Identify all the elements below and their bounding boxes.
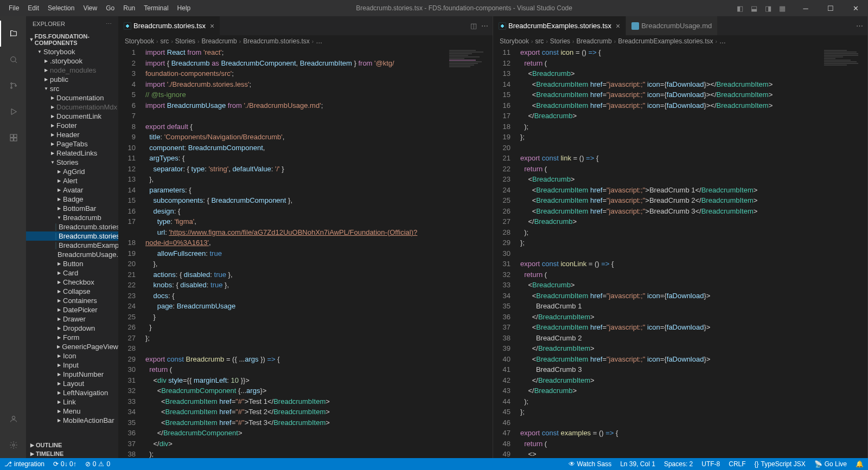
menu-help[interactable]: Help [173, 2, 195, 14]
folder-item[interactable]: ▶GenericPageView [26, 342, 118, 351]
status-watch-sass[interactable]: 👁Watch Sass [564, 460, 616, 468]
folder-item[interactable]: ▶AgGrid [26, 167, 118, 176]
minimap-left[interactable] [446, 47, 490, 458]
close-window-button[interactable]: ✕ [843, 0, 868, 16]
folder-item[interactable]: ▶Input [26, 360, 118, 370]
toggle-panel-icon[interactable]: ⬓ [748, 2, 761, 15]
sidebar-more-icon[interactable]: ⋯ [106, 21, 112, 28]
menu-selection[interactable]: Selection [43, 2, 79, 14]
status-language[interactable]: {}TypeScript JSX [750, 460, 810, 468]
folder-item[interactable]: ▶node_modules [26, 66, 118, 75]
minimap-right[interactable] [821, 47, 865, 458]
folder-item[interactable]: ▶Footer [26, 121, 118, 130]
folder-item[interactable]: ▶Checkbox [26, 278, 118, 287]
folder-item[interactable]: ▶InputNumber [26, 370, 118, 379]
customize-layout-icon[interactable]: ▦ [776, 2, 789, 15]
folder-item[interactable]: ▶RelatedLinks [26, 149, 118, 158]
run-debug-icon[interactable] [0, 99, 26, 125]
outline-section[interactable]: ▶OUTLINE [26, 441, 118, 449]
folder-item[interactable]: ▶Icon [26, 351, 118, 360]
status-eol[interactable]: CRLF [724, 460, 750, 468]
file-item[interactable]: Breadcrumb.stories.less [26, 222, 118, 231]
folder-item[interactable]: ▶Menu [26, 407, 118, 416]
menu-view[interactable]: View [79, 2, 101, 14]
folder-item[interactable]: ▶Alert [26, 176, 118, 185]
source-control-icon[interactable] [0, 73, 26, 99]
folder-item[interactable]: ▶Collapse [26, 287, 118, 296]
breadcrumb-segment[interactable]: src [535, 37, 544, 45]
menu-file[interactable]: File [4, 2, 23, 14]
folder-item[interactable]: ▶Form [26, 333, 118, 342]
file-tree[interactable]: ▼Storybook▶.storybook▶node_modules▶publi… [26, 47, 118, 441]
folder-item[interactable]: ▶MobileActionBar [26, 416, 118, 425]
more-actions-icon[interactable]: ⋯ [481, 22, 488, 30]
breadcrumb-segment[interactable]: Breadcrumb [201, 37, 237, 45]
status-sync[interactable]: ⟳0↓ 0↑ [49, 460, 81, 468]
folder-item[interactable]: ▶Drawer [26, 314, 118, 324]
folder-item[interactable]: ▶Header [26, 130, 118, 139]
folder-item[interactable]: ▶Badge [26, 195, 118, 204]
split-editor-icon[interactable]: ◫ [470, 22, 477, 30]
explorer-icon[interactable] [0, 21, 26, 47]
breadcrumb-segment[interactable]: src [160, 37, 169, 45]
folder-item[interactable]: ▼Stories [26, 158, 118, 167]
file-item[interactable]: BreadcrumbExamples.sto… [26, 241, 118, 250]
folder-item[interactable]: ▶DocumentationMdx [26, 102, 118, 112]
minimize-button[interactable]: ─ [793, 0, 818, 16]
breadcrumb-segment[interactable]: … [719, 37, 726, 45]
toggle-primary-sidebar-icon[interactable]: ◧ [733, 2, 746, 15]
timeline-section[interactable]: ▶TIMELINE [26, 449, 118, 458]
folder-item[interactable]: ▶public [26, 75, 118, 84]
folder-item[interactable]: ▼src [26, 84, 118, 93]
close-tab-icon[interactable]: × [616, 22, 620, 30]
folder-item[interactable]: ▼Storybook [26, 47, 118, 56]
tab-breadcrumb-examples[interactable]: BreadcrumbExamples.stories.tsx × [493, 16, 626, 35]
menu-terminal[interactable]: Terminal [139, 2, 173, 14]
breadcrumbs-left[interactable]: Storybook›src›Stories›Breadcrumb›Breadcr… [118, 35, 493, 47]
folder-item[interactable]: ▶BottomBar [26, 204, 118, 213]
folder-item[interactable]: ▶Dropdown [26, 324, 118, 333]
file-item[interactable]: BreadcrumbUsage.md [26, 250, 118, 259]
breadcrumb-segment[interactable]: Storybook [125, 37, 154, 45]
breadcrumb-segment[interactable]: Storybook [500, 37, 529, 45]
status-problems[interactable]: ⊘0 ⚠0 [81, 460, 114, 468]
breadcrumb-segment[interactable]: Stories [175, 37, 195, 45]
breadcrumb-segment[interactable]: BreadcrumbExamples.stories.tsx [618, 37, 713, 45]
breadcrumb-segment[interactable]: … [316, 37, 322, 45]
folder-item[interactable]: ▶PageTabs [26, 139, 118, 149]
menu-edit[interactable]: Edit [23, 2, 43, 14]
project-root[interactable]: ▼FDS.FOUNDATION-COMPONENTS [26, 32, 118, 47]
menu-go[interactable]: Go [101, 2, 119, 14]
file-item[interactable]: Breadcrumb.stories.tsx [26, 231, 118, 241]
folder-item[interactable]: ▶Avatar [26, 185, 118, 195]
breadcrumbs-right[interactable]: Storybook›src›Stories›Breadcrumb›Breadcr… [493, 35, 867, 47]
accounts-icon[interactable] [0, 406, 26, 432]
status-linecol[interactable]: Ln 39, Col 1 [616, 460, 660, 468]
close-tab-icon[interactable]: × [210, 22, 214, 30]
folder-item[interactable]: ▶Card [26, 268, 118, 278]
status-branch[interactable]: ⎇ integration [0, 460, 49, 468]
more-actions-icon[interactable]: ⋯ [856, 22, 863, 30]
maximize-button[interactable]: ☐ [818, 0, 843, 16]
folder-item[interactable]: ▶DatePicker [26, 305, 118, 314]
tab-breadcrumb-usage[interactable]: BreadcrumbUsage.md [626, 16, 718, 35]
folder-item[interactable]: ▼Breadcrumb [26, 213, 118, 222]
breadcrumb-segment[interactable]: Stories [550, 37, 570, 45]
status-notifications[interactable]: 🔔 [851, 460, 868, 468]
folder-item[interactable]: ▶DocumentLink [26, 112, 118, 121]
tab-breadcrumb-stories[interactable]: Breadcrumb.stories.tsx × [118, 16, 220, 35]
menu-run[interactable]: Run [119, 2, 139, 14]
settings-gear-icon[interactable] [0, 432, 26, 458]
search-icon[interactable] [0, 47, 26, 73]
status-indent[interactable]: Spaces: 2 [660, 460, 697, 468]
folder-item[interactable]: ▶Documentation [26, 93, 118, 102]
code-right[interactable]: export const icon = () => { return ( <Br… [520, 47, 867, 458]
folder-item[interactable]: ▶.storybook [26, 56, 118, 66]
folder-item[interactable]: ▶LeftNavigation [26, 388, 118, 397]
breadcrumb-segment[interactable]: Breadcrumb.stories.tsx [243, 37, 310, 45]
toggle-secondary-sidebar-icon[interactable]: ◨ [762, 2, 775, 15]
folder-item[interactable]: ▶Link [26, 397, 118, 407]
status-encoding[interactable]: UTF-8 [697, 460, 724, 468]
code-left[interactable]: import React from 'react'; import { Brea… [145, 47, 493, 458]
folder-item[interactable]: ▶Button [26, 259, 118, 268]
